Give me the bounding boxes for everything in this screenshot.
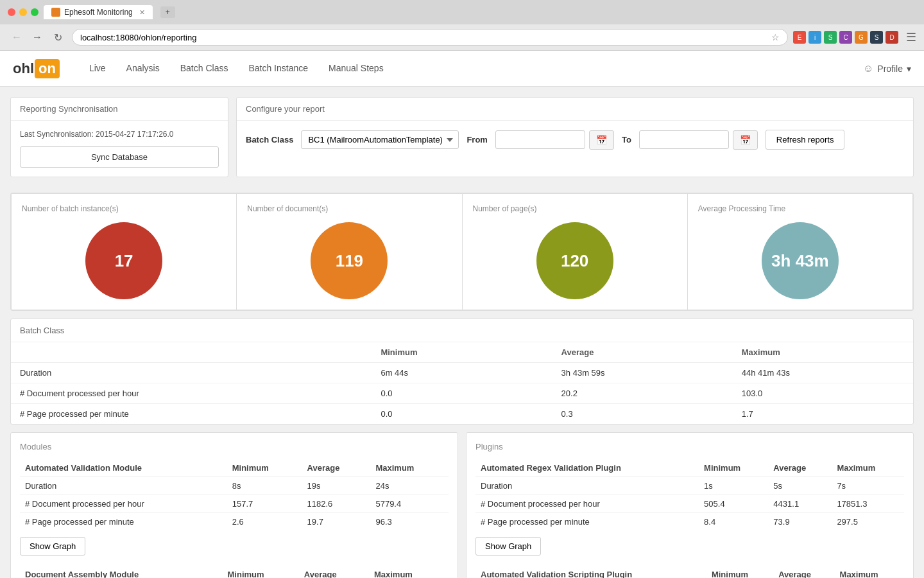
nav-item-batch-class[interactable]: Batch Class (170, 51, 239, 87)
avsp-col-max: Maximum (835, 566, 904, 578)
avsp-header-row: Automated Validation Scripting Plugin Mi… (475, 566, 904, 578)
dam-header-row: Document Assembly Module Minimum Average… (20, 566, 449, 578)
page-per-min-min: 0.0 (372, 404, 552, 425)
document-assembly-module-table: Document Assembly Module Minimum Average… (20, 566, 449, 578)
modules-panel-header: Modules (20, 442, 449, 451)
nav-item-batch-instance[interactable]: Batch Instance (238, 51, 318, 87)
automated-regex-plugin-table: Automated Regex Validation Plugin Minimu… (475, 459, 904, 530)
back-button[interactable]: ← (8, 28, 26, 46)
stat-circle-documents: 119 (311, 222, 388, 299)
browser-tab[interactable]: Ephesoft Monitoring ✕ (44, 5, 153, 19)
avm-col-max: Maximum (370, 459, 449, 477)
batch-class-panel-header: Batch Class (11, 319, 913, 342)
metric-duration: Duration (11, 363, 372, 383)
avm-header-row: Automated Validation Module Minimum Aver… (20, 459, 449, 477)
reload-button[interactable]: ↻ (49, 28, 67, 46)
maximize-window-button[interactable] (31, 8, 38, 16)
batch-class-label: Batch Class (246, 135, 293, 144)
forward-button[interactable]: → (28, 28, 46, 46)
avm-page-per-min-max: 96.3 (370, 513, 449, 531)
profile-menu[interactable]: ☺ Profile ▾ (863, 63, 911, 74)
extension-icon-1[interactable]: E (793, 31, 806, 44)
sync-panel: Reporting Synchronisation Last Synchroni… (10, 97, 228, 177)
tab-close-icon[interactable]: ✕ (139, 8, 145, 17)
modules-panel: Modules Automated Validation Module Mini… (10, 432, 458, 578)
nav-item-live[interactable]: Live (79, 51, 116, 87)
table-row: Duration 8s 19s 24s (20, 477, 449, 495)
arvp-doc-per-hour-max: 17851.3 (832, 495, 904, 513)
to-calendar-button[interactable]: 📅 (733, 130, 758, 150)
browser-nav-buttons: ← → ↻ (8, 28, 67, 46)
close-window-button[interactable] (8, 8, 15, 16)
avm-doc-per-hour-min: 157.7 (227, 495, 302, 513)
address-input[interactable] (80, 33, 767, 42)
stat-label-batch-instances: Number of batch instance(s) (22, 204, 119, 213)
nav-item-analysis[interactable]: Analysis (116, 51, 170, 87)
stat-circle-wrap-documents: 119 (247, 222, 451, 299)
from-label: From (466, 135, 488, 144)
extension-icon-7[interactable]: D (886, 31, 898, 44)
extension-icon-4[interactable]: C (839, 31, 852, 44)
table-row: # Page processed per minute 8.4 73.9 297… (475, 513, 904, 531)
avm-metric-duration: Duration (20, 477, 227, 495)
avm-duration-avg: 19s (302, 477, 371, 495)
arvp-col-max: Maximum (832, 459, 904, 477)
avm-doc-per-hour-max: 5779.4 (370, 495, 449, 513)
dam-col-max: Maximum (369, 566, 449, 578)
arvp-duration-avg: 5s (768, 477, 832, 495)
avm-page-per-min-avg: 19.7 (302, 513, 371, 531)
arvp-duration-min: 1s (699, 477, 768, 495)
doc-per-hour-min: 0.0 (372, 383, 552, 404)
new-tab-button[interactable]: + (160, 6, 175, 18)
stat-card-pages: Number of page(s) 120 (463, 193, 688, 310)
dam-col-name: Document Assembly Module (20, 566, 223, 578)
from-date-input[interactable] (495, 130, 585, 149)
stat-circle-processing-time: 3h 43m (762, 222, 839, 299)
page-per-min-max: 1.7 (733, 404, 913, 425)
batch-class-col-metric (11, 342, 372, 363)
plugins-show-graph-button[interactable]: Show Graph (475, 537, 541, 556)
nav-item-manual-steps[interactable]: Manual Steps (318, 51, 394, 87)
arvp-page-per-min-avg: 73.9 (768, 513, 832, 531)
avsp-col-min: Minimum (706, 566, 773, 578)
address-bar[interactable]: ☆ (72, 29, 788, 46)
doc-per-hour-max: 103.0 (733, 383, 913, 404)
table-row: Duration 6m 44s 3h 43m 59s 44h 41m 43s (11, 363, 913, 383)
arvp-header-row: Automated Regex Validation Plugin Minimu… (475, 459, 904, 477)
to-date-input[interactable] (639, 130, 729, 149)
avm-metric-page-per-min: # Page processed per minute (20, 513, 227, 531)
app-logo: ohlon (13, 59, 60, 78)
browser-toolbar: ← → ↻ ☆ E i S C G S D ☰ (0, 24, 924, 50)
automated-validation-module-table: Automated Validation Module Minimum Aver… (20, 459, 449, 530)
arvp-metric-duration: Duration (475, 477, 699, 495)
browser-menu-icon[interactable]: ☰ (906, 30, 916, 44)
extension-icon-5[interactable]: G (855, 31, 868, 44)
arvp-duration-max: 7s (832, 477, 904, 495)
extension-icon-3[interactable]: S (824, 31, 837, 44)
batch-class-select[interactable]: BC1 (MailroomAutomationTemplate) (301, 130, 459, 149)
bookmark-icon[interactable]: ☆ (771, 32, 780, 42)
table-row: # Document processed per hour 505.4 4431… (475, 495, 904, 513)
stat-circle-batch-instances: 17 (85, 222, 162, 299)
avm-page-per-min-min: 2.6 (227, 513, 302, 531)
avm-duration-min: 8s (227, 477, 302, 495)
config-panel-header: Configure your report (237, 98, 913, 121)
stat-label-documents: Number of document(s) (247, 204, 328, 213)
table-row: # Document processed per hour 0.0 20.2 1… (11, 383, 913, 404)
extension-icon-2[interactable]: i (809, 31, 821, 44)
last-sync-text: Last Synchronisation: 2015-04-27 17:17:2… (20, 130, 219, 139)
modules-show-graph-button[interactable]: Show Graph (20, 537, 85, 556)
metric-page-per-min: # Page processed per minute (11, 404, 372, 425)
sync-database-button[interactable]: Sync Database (20, 146, 219, 168)
extension-icon-6[interactable]: S (870, 31, 883, 44)
table-row: Duration 1s 5s 7s (475, 477, 904, 495)
refresh-reports-button[interactable]: Refresh reports (766, 130, 845, 150)
from-calendar-button[interactable]: 📅 (589, 130, 614, 150)
browser-window-controls (8, 8, 38, 16)
dam-col-avg: Average (299, 566, 369, 578)
to-label: To (622, 135, 631, 144)
doc-per-hour-avg: 20.2 (552, 383, 733, 404)
avm-col-avg: Average (302, 459, 371, 477)
stat-label-processing-time: Average Processing Time (698, 204, 786, 213)
minimize-window-button[interactable] (19, 8, 27, 16)
